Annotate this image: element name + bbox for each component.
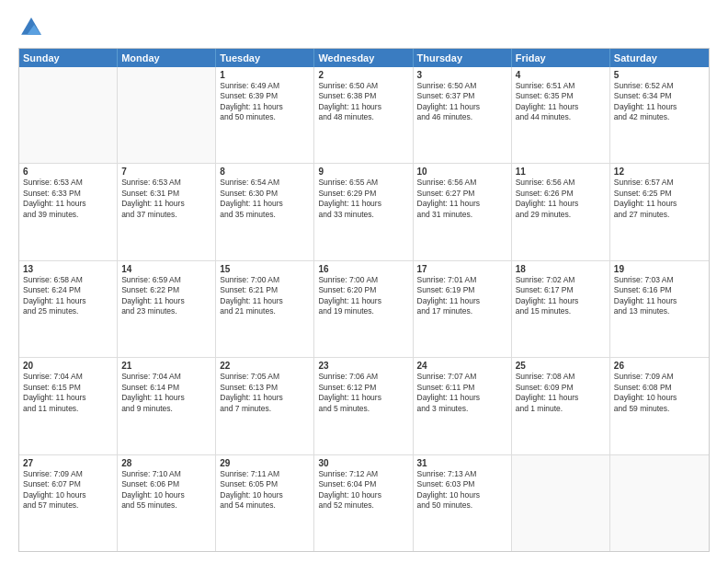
cell-line: Daylight: 11 hours — [318, 102, 408, 112]
cell-line: Sunset: 6:12 PM — [318, 383, 408, 393]
cell-line: Daylight: 11 hours — [614, 199, 705, 209]
day-number: 10 — [417, 167, 507, 177]
cell-line: Sunset: 6:05 PM — [220, 479, 310, 489]
cell-line: Sunset: 6:22 PM — [121, 285, 211, 295]
cell-line: Sunrise: 7:01 AM — [417, 275, 507, 285]
cell-line: Sunset: 6:33 PM — [23, 189, 113, 199]
cal-header-cell: Friday — [512, 49, 610, 67]
cal-cell: 12Sunrise: 6:57 AMSunset: 6:25 PMDayligh… — [610, 164, 709, 259]
cell-line: Sunset: 6:24 PM — [23, 285, 113, 295]
cell-line: Sunrise: 7:11 AM — [220, 469, 310, 479]
day-number: 30 — [318, 458, 408, 468]
cell-line: Sunrise: 6:57 AM — [614, 178, 705, 188]
cell-line: and 35 minutes. — [220, 210, 310, 220]
cal-cell: 6Sunrise: 6:53 AMSunset: 6:33 PMDaylight… — [19, 164, 118, 259]
cell-line: Sunrise: 7:13 AM — [417, 469, 507, 479]
cell-line: Sunrise: 6:59 AM — [121, 275, 211, 285]
cell-line: Daylight: 11 hours — [614, 102, 705, 112]
cell-line: Sunset: 6:26 PM — [516, 189, 606, 199]
cell-line: Sunrise: 7:05 AM — [220, 372, 310, 382]
day-number: 1 — [220, 70, 310, 80]
day-number: 5 — [614, 70, 705, 80]
cell-line: Daylight: 11 hours — [417, 393, 507, 403]
cal-header-cell: Tuesday — [216, 49, 314, 67]
day-number: 8 — [220, 167, 310, 177]
day-number: 14 — [121, 264, 211, 274]
cell-line: Sunset: 6:25 PM — [614, 189, 705, 199]
logo-icon — [18, 15, 44, 40]
cell-line: Daylight: 11 hours — [516, 199, 606, 209]
cal-cell: 4Sunrise: 6:51 AMSunset: 6:35 PMDaylight… — [512, 67, 610, 163]
cell-line: Sunrise: 6:56 AM — [516, 178, 606, 188]
cell-line: Sunrise: 7:10 AM — [121, 469, 211, 479]
day-number: 19 — [614, 264, 705, 274]
cell-line: Daylight: 11 hours — [417, 296, 507, 306]
cal-cell: 20Sunrise: 7:04 AMSunset: 6:15 PMDayligh… — [19, 358, 118, 454]
cell-line: Sunset: 6:39 PM — [220, 91, 310, 101]
cal-header-cell: Thursday — [414, 49, 512, 67]
cell-line: and 17 minutes. — [417, 306, 507, 316]
cell-line: and 1 minute. — [516, 404, 606, 414]
day-number: 28 — [121, 458, 211, 468]
cell-line: and 44 minutes. — [516, 112, 606, 122]
calendar-body: 1Sunrise: 6:49 AMSunset: 6:39 PMDaylight… — [19, 67, 709, 551]
cell-line: Daylight: 11 hours — [318, 393, 408, 403]
cell-line: Daylight: 10 hours — [23, 490, 113, 500]
cal-cell: 5Sunrise: 6:52 AMSunset: 6:34 PMDaylight… — [610, 67, 709, 163]
cal-header-cell: Wednesday — [314, 49, 413, 67]
cell-line: Sunset: 6:20 PM — [318, 285, 408, 295]
cell-line: Daylight: 10 hours — [220, 490, 310, 500]
calendar-header-row: SundayMondayTuesdayWednesdayThursdayFrid… — [19, 49, 709, 67]
cal-cell: 23Sunrise: 7:06 AMSunset: 6:12 PMDayligh… — [314, 358, 413, 454]
cal-cell — [610, 455, 709, 551]
cal-cell: 2Sunrise: 6:50 AMSunset: 6:38 PMDaylight… — [314, 67, 413, 163]
cell-line: Daylight: 11 hours — [516, 296, 606, 306]
day-number: 9 — [318, 167, 408, 177]
day-number: 16 — [318, 264, 408, 274]
cal-header-cell: Sunday — [19, 49, 118, 67]
cell-line: and 11 minutes. — [23, 404, 113, 414]
day-number: 6 — [23, 167, 113, 177]
cell-line: and 55 minutes. — [121, 500, 211, 511]
cell-line: Sunrise: 7:12 AM — [318, 469, 408, 479]
cell-line: Sunrise: 7:06 AM — [318, 372, 408, 382]
cal-header-cell: Saturday — [610, 49, 709, 67]
cell-line: and 50 minutes. — [220, 112, 310, 122]
cell-line: Sunset: 6:38 PM — [318, 91, 408, 101]
logo — [18, 15, 48, 40]
cell-line: Sunrise: 7:09 AM — [23, 469, 113, 479]
cell-line: Sunset: 6:06 PM — [121, 479, 211, 489]
cal-cell: 31Sunrise: 7:13 AMSunset: 6:03 PMDayligh… — [414, 455, 512, 551]
cell-line: Daylight: 11 hours — [318, 199, 408, 209]
cell-line: Daylight: 11 hours — [417, 102, 507, 112]
cell-line: Daylight: 10 hours — [121, 490, 211, 500]
cell-line: Daylight: 11 hours — [614, 296, 705, 306]
cal-cell: 29Sunrise: 7:11 AMSunset: 6:05 PMDayligh… — [216, 455, 314, 551]
cell-line: Daylight: 11 hours — [220, 393, 310, 403]
cell-line: Daylight: 10 hours — [614, 393, 705, 403]
cell-line: Sunset: 6:04 PM — [318, 479, 408, 489]
cal-cell: 26Sunrise: 7:09 AMSunset: 6:08 PMDayligh… — [610, 358, 709, 454]
cell-line: Sunset: 6:16 PM — [614, 285, 705, 295]
calendar: SundayMondayTuesdayWednesdayThursdayFrid… — [18, 48, 710, 552]
cal-cell: 30Sunrise: 7:12 AMSunset: 6:04 PMDayligh… — [314, 455, 413, 551]
cell-line: Sunrise: 7:03 AM — [614, 275, 705, 285]
cell-line: Daylight: 11 hours — [318, 296, 408, 306]
cell-line: and 42 minutes. — [614, 112, 705, 122]
cell-line: Sunset: 6:03 PM — [417, 479, 507, 489]
cal-cell: 15Sunrise: 7:00 AMSunset: 6:21 PMDayligh… — [216, 261, 314, 357]
cal-cell: 18Sunrise: 7:02 AMSunset: 6:17 PMDayligh… — [512, 261, 610, 357]
day-number: 13 — [23, 264, 113, 274]
day-number: 21 — [121, 361, 211, 371]
cell-line: Sunrise: 7:04 AM — [23, 372, 113, 382]
cell-line: Sunrise: 6:50 AM — [417, 81, 507, 91]
cal-cell: 27Sunrise: 7:09 AMSunset: 6:07 PMDayligh… — [19, 455, 118, 551]
cal-cell: 17Sunrise: 7:01 AMSunset: 6:19 PMDayligh… — [414, 261, 512, 357]
cell-line: Sunrise: 7:00 AM — [318, 275, 408, 285]
cell-line: and 54 minutes. — [220, 500, 310, 511]
day-number: 7 — [121, 167, 211, 177]
cell-line: Daylight: 11 hours — [23, 199, 113, 209]
day-number: 20 — [23, 361, 113, 371]
cell-line: Sunset: 6:31 PM — [121, 189, 211, 199]
cell-line: Sunrise: 6:58 AM — [23, 275, 113, 285]
